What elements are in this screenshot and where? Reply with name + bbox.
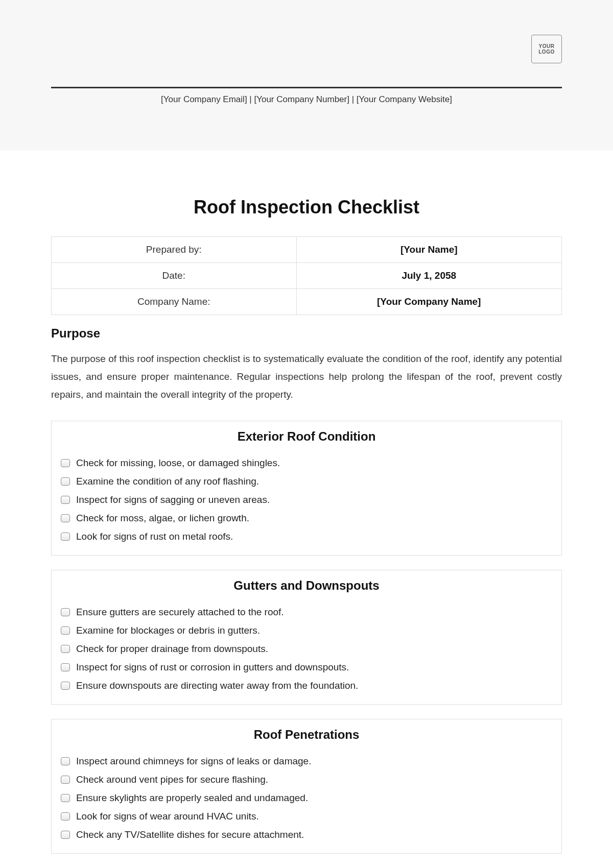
item-label: Ensure gutters are securely attached to … bbox=[76, 607, 284, 618]
item-label: Check any TV/Satellite dishes for secure… bbox=[76, 829, 304, 840]
list-item: Ensure skylights are properly sealed and… bbox=[61, 789, 552, 807]
list-item: Inspect for signs of sagging or uneven a… bbox=[61, 491, 552, 509]
list-item: Examine the condition of any roof flashi… bbox=[61, 472, 552, 491]
item-label: Inspect for signs of sagging or uneven a… bbox=[76, 494, 270, 505]
checkbox[interactable] bbox=[61, 477, 70, 486]
logo-placeholder: YOUR LOGO bbox=[531, 35, 562, 63]
item-label: Check for missing, loose, or damaged shi… bbox=[76, 457, 280, 469]
item-label: Examine the condition of any roof flashi… bbox=[76, 476, 259, 487]
meta-label: Prepared by: bbox=[52, 237, 297, 263]
checkbox[interactable] bbox=[61, 812, 70, 821]
checkbox[interactable] bbox=[61, 496, 70, 504]
checkbox[interactable] bbox=[61, 533, 70, 541]
checkbox[interactable] bbox=[61, 776, 70, 784]
checkbox[interactable] bbox=[61, 831, 70, 839]
list-item: Check for moss, algae, or lichen growth. bbox=[61, 509, 552, 527]
document-header: YOUR LOGO [Your Company Email] | [Your C… bbox=[0, 0, 613, 151]
list-item: Inspect around chimneys for signs of lea… bbox=[61, 752, 552, 770]
checklist-section-exterior: Exterior Roof Condition Check for missin… bbox=[51, 421, 562, 556]
item-label: Check for proper drainage from downspout… bbox=[76, 643, 268, 655]
meta-table: Prepared by: [Your Name] Date: July 1, 2… bbox=[51, 236, 562, 315]
item-label: Ensure downspouts are directing water aw… bbox=[76, 680, 358, 691]
contact-info: [Your Company Email] | [Your Company Num… bbox=[51, 94, 562, 105]
meta-value: [Your Company Name] bbox=[296, 289, 561, 315]
meta-value: [Your Name] bbox=[296, 237, 561, 263]
item-label: Check for moss, algae, or lichen growth. bbox=[76, 513, 249, 524]
section-title: Roof Penetrations bbox=[52, 719, 561, 752]
item-label: Look for signs of rust on metal roofs. bbox=[76, 531, 233, 542]
meta-value: July 1, 2058 bbox=[296, 263, 561, 289]
list-item: Look for signs of wear around HVAC units… bbox=[61, 807, 552, 826]
document-page: YOUR LOGO [Your Company Email] | [Your C… bbox=[0, 0, 613, 868]
checkbox[interactable] bbox=[61, 608, 70, 616]
section-title: Gutters and Downspouts bbox=[52, 570, 561, 603]
meta-label: Date: bbox=[52, 263, 297, 289]
list-item: Check any TV/Satellite dishes for secure… bbox=[61, 826, 552, 844]
list-item: Check for missing, loose, or damaged shi… bbox=[61, 454, 552, 472]
list-item: Inspect for signs of rust or corrosion i… bbox=[61, 658, 552, 677]
checkbox[interactable] bbox=[61, 682, 70, 690]
checkbox[interactable] bbox=[61, 514, 70, 522]
checklist-section-gutters: Gutters and Downspouts Ensure gutters ar… bbox=[51, 570, 562, 705]
item-label: Inspect for signs of rust or corrosion i… bbox=[76, 662, 349, 673]
item-label: Check around vent pipes for secure flash… bbox=[76, 774, 268, 785]
purpose-text: The purpose of this roof inspection chec… bbox=[51, 350, 562, 403]
checkbox[interactable] bbox=[61, 794, 70, 802]
section-items: Ensure gutters are securely attached to … bbox=[52, 603, 561, 704]
list-item: Ensure gutters are securely attached to … bbox=[61, 603, 552, 621]
list-item: Check around vent pipes for secure flash… bbox=[61, 770, 552, 789]
table-row: Date: July 1, 2058 bbox=[52, 263, 562, 289]
item-label: Look for signs of wear around HVAC units… bbox=[76, 811, 259, 822]
purpose-heading: Purpose bbox=[51, 326, 562, 341]
checkbox[interactable] bbox=[61, 663, 70, 671]
table-row: Prepared by: [Your Name] bbox=[52, 237, 562, 263]
checkbox[interactable] bbox=[61, 645, 70, 653]
list-item: Look for signs of rust on metal roofs. bbox=[61, 527, 552, 546]
document-title: Roof Inspection Checklist bbox=[51, 197, 562, 218]
section-items: Check for missing, loose, or damaged shi… bbox=[52, 454, 561, 555]
item-label: Examine for blockages or debris in gutte… bbox=[76, 625, 260, 636]
checkbox[interactable] bbox=[61, 757, 70, 765]
checkbox[interactable] bbox=[61, 626, 70, 635]
list-item: Check for proper drainage from downspout… bbox=[61, 640, 552, 658]
checklist-section-penetrations: Roof Penetrations Inspect around chimney… bbox=[51, 719, 562, 854]
list-item: Ensure downspouts are directing water aw… bbox=[61, 677, 552, 695]
item-label: Ensure skylights are properly sealed and… bbox=[76, 792, 308, 804]
checkbox[interactable] bbox=[61, 459, 70, 467]
list-item: Examine for blockages or debris in gutte… bbox=[61, 621, 552, 640]
header-divider bbox=[51, 87, 562, 88]
meta-label: Company Name: bbox=[52, 289, 297, 315]
document-body: Roof Inspection Checklist Prepared by: [… bbox=[0, 151, 613, 868]
section-title: Exterior Roof Condition bbox=[52, 421, 561, 454]
table-row: Company Name: [Your Company Name] bbox=[52, 289, 562, 315]
item-label: Inspect around chimneys for signs of lea… bbox=[76, 756, 311, 767]
section-items: Inspect around chimneys for signs of lea… bbox=[52, 752, 561, 853]
